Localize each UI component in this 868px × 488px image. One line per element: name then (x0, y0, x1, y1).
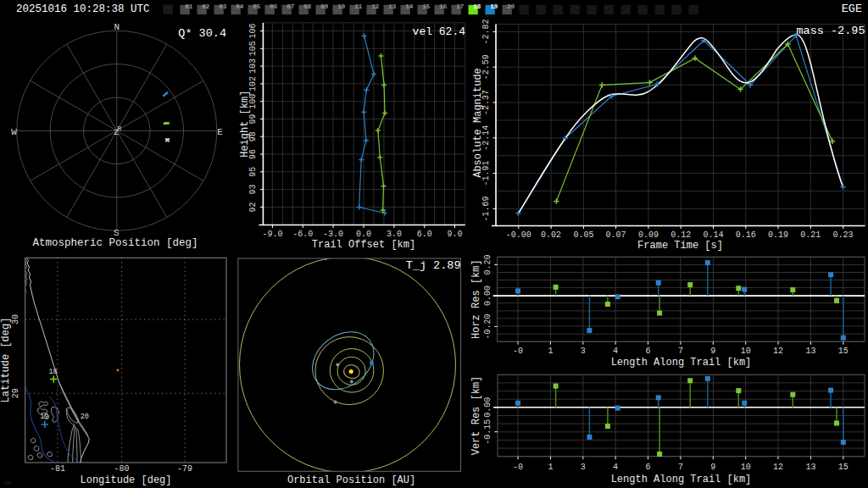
svg-text:3: 3 (581, 347, 586, 356)
svg-text:1: 1 (548, 347, 553, 356)
svg-text:Frame Time [s]: Frame Time [s] (637, 240, 723, 252)
svg-text:7: 7 (678, 347, 683, 356)
svg-text:W: W (11, 127, 17, 137)
svg-text:0.02: 0.02 (541, 230, 561, 240)
svg-text:11: 11 (354, 3, 363, 10)
svg-text:6: 6 (645, 463, 650, 472)
svg-text:R: R (118, 125, 122, 132)
svg-text:20: 20 (507, 3, 515, 10)
svg-text:09: 09 (320, 3, 329, 10)
svg-text:0.23: 0.23 (833, 230, 854, 240)
svg-text:103: 103 (248, 58, 258, 74)
svg-text:Horz Res [km]: Horz Res [km] (470, 259, 482, 339)
svg-text:105: 105 (248, 41, 258, 56)
svg-text:95: 95 (248, 167, 258, 177)
svg-text:0.21: 0.21 (800, 230, 821, 240)
svg-text:02: 02 (202, 3, 210, 10)
svg-text:0.09: 0.09 (638, 230, 659, 240)
svg-text:Orbital Position [AU]: Orbital Position [AU] (287, 474, 415, 486)
svg-text:05: 05 (253, 3, 261, 10)
svg-text:20: 20 (81, 413, 89, 421)
svg-text:9: 9 (710, 347, 715, 356)
svg-text:-81: -81 (50, 464, 65, 474)
svg-text:Longitude [deg]: Longitude [deg] (80, 474, 171, 486)
svg-text:6: 6 (645, 347, 650, 356)
svg-text:-6.0: -6.0 (292, 230, 313, 239)
svg-text:vel 62.4: vel 62.4 (413, 25, 466, 38)
svg-text:10: 10 (337, 3, 346, 10)
svg-text:Vert Res [km]: Vert Res [km] (470, 376, 482, 456)
svg-text:Height [km]: Height [km] (240, 91, 252, 158)
svg-text:20251016 10:28:38 UTC: 20251016 10:28:38 UTC (16, 3, 150, 15)
svg-text:01: 01 (185, 3, 193, 10)
svg-text:0.00: 0.00 (483, 397, 492, 418)
svg-text:E: E (217, 127, 223, 137)
svg-text:10: 10 (741, 347, 751, 356)
svg-text:-0: -0 (513, 347, 523, 356)
svg-text:19: 19 (490, 3, 498, 10)
svg-text:13: 13 (388, 3, 397, 10)
svg-text:-0.00: -0.00 (506, 230, 531, 240)
svg-text:-80: -80 (114, 464, 130, 474)
svg-text:1: 1 (548, 463, 553, 472)
svg-text:7: 7 (678, 463, 683, 472)
svg-text:4: 4 (613, 347, 618, 356)
svg-text:13: 13 (805, 463, 815, 472)
svg-text:-3.0: -3.0 (323, 230, 343, 239)
svg-text:-79: -79 (177, 464, 192, 474)
svg-text:15: 15 (838, 463, 849, 472)
svg-text:-2.82: -2.82 (481, 19, 491, 44)
svg-text:106: 106 (248, 23, 258, 38)
svg-text:19: 19 (40, 413, 48, 421)
svg-text:30: 30 (12, 314, 21, 324)
svg-text:-0.15: -0.15 (483, 419, 492, 445)
svg-text:15: 15 (838, 347, 849, 356)
svg-text:N: N (114, 22, 120, 32)
svg-text:9.0: 9.0 (447, 230, 462, 239)
svg-text:9: 9 (710, 463, 715, 472)
svg-text:-0: -0 (513, 463, 523, 472)
svg-text:0.05: 0.05 (573, 230, 593, 240)
svg-text:0.20: 0.20 (483, 254, 492, 274)
svg-text:03: 03 (219, 3, 227, 10)
svg-text:06: 06 (270, 3, 278, 10)
svg-text:M: M (165, 136, 170, 144)
svg-text:mass -2.95: mass -2.95 (796, 25, 865, 37)
svg-text:15: 15 (422, 3, 431, 10)
svg-text:4: 4 (613, 463, 618, 472)
svg-text:07: 07 (287, 3, 294, 10)
svg-text:Trail Offset [km]: Trail Offset [km] (312, 239, 415, 251)
svg-text:3: 3 (581, 463, 586, 472)
svg-text:0.0: 0.0 (356, 230, 371, 239)
svg-text:Absolute Magnitude: Absolute Magnitude (472, 68, 484, 178)
svg-text:12: 12 (773, 463, 783, 472)
svg-text:T_j 2.89: T_j 2.89 (406, 259, 461, 272)
svg-text:13: 13 (805, 347, 815, 356)
svg-text:0.19: 0.19 (768, 230, 788, 240)
svg-text:16: 16 (439, 3, 448, 10)
svg-text:92: 92 (248, 202, 258, 212)
svg-text:0.07: 0.07 (606, 230, 626, 240)
svg-text:10: 10 (741, 463, 751, 472)
svg-text:Q* 30.4: Q* 30.4 (178, 27, 226, 40)
svg-text:Atmospheric Position [deg]: Atmospheric Position [deg] (32, 237, 198, 249)
svg-text:0.12: 0.12 (670, 230, 691, 240)
svg-text:102: 102 (248, 76, 258, 92)
svg-text:6.0: 6.0 (417, 230, 432, 239)
svg-text:Latitude [deg]: Latitude [deg] (0, 318, 12, 403)
svg-text:17: 17 (456, 3, 464, 10)
svg-text:04: 04 (236, 3, 244, 10)
svg-text:-0.20: -0.20 (483, 313, 492, 339)
svg-text:14: 14 (405, 3, 414, 10)
svg-text:rjw: rjw (3, 480, 10, 485)
svg-text:Length Along Trail [km]: Length Along Trail [km] (611, 474, 752, 485)
svg-text:08: 08 (303, 3, 312, 10)
svg-text:3.0: 3.0 (387, 230, 402, 239)
svg-text:18: 18 (473, 3, 481, 10)
svg-text:12: 12 (773, 347, 783, 356)
svg-text:29: 29 (12, 388, 21, 398)
svg-text:S: S (114, 228, 120, 238)
svg-text:EGE: EGE (842, 3, 862, 15)
svg-text:0.00: 0.00 (483, 286, 492, 306)
svg-text:18: 18 (48, 368, 57, 376)
